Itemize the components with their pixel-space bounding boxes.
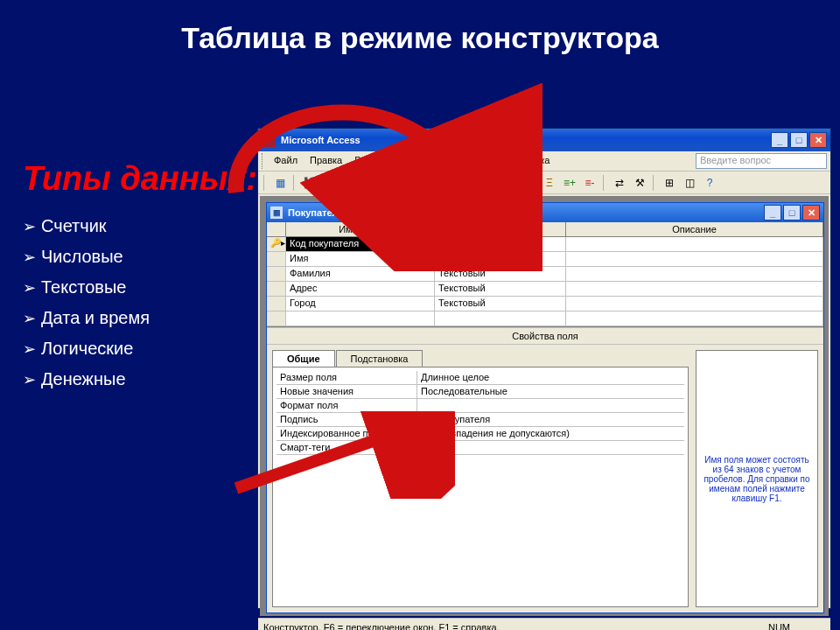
row-selector[interactable] [267,252,286,266]
inner-titlebar[interactable]: ▦ Покупатели : таблица _ □ ✕ [267,203,823,222]
access-main-window: Microsoft Access _ □ ✕ Файл Правка Вид В… [257,128,831,609]
toolbar: ▦ 💾 🖶 🔍 ✓ ✂ ⎘ 📋 ↶ ↷ 🔑 Ξ ≡+ ≡- ⇄ ⚒ ⊞ ◫ ? [258,172,830,194]
dbwindow-icon[interactable]: ⊞ [661,174,678,192]
property-value[interactable]: Длинное целое [416,371,684,384]
property-value[interactable]: Код покупателя [416,413,684,426]
cell-field-desc[interactable] [566,237,823,251]
field-hint-box: Имя поля может состоять из 64 знаков с у… [696,350,818,607]
property-name: Размер поля [276,371,416,384]
table-row[interactable]: ИмяТекстовый [267,252,823,267]
grip-icon [262,153,265,169]
cut-icon[interactable]: ✂ [401,174,418,192]
index-icon[interactable]: Ξ [541,174,558,192]
side-panel: Типы данных: Счетчик Числовые Текстовые … [23,158,257,400]
tab-general[interactable]: Общие [272,350,335,367]
close-button[interactable]: ✕ [809,132,827,148]
cell-field-desc[interactable] [566,297,823,311]
menu-help[interactable]: Справка [507,153,555,169]
property-value[interactable]: Да (Совпадения не допускаются) [416,427,684,440]
minimize-button[interactable]: _ [771,132,788,148]
help-icon[interactable]: ? [701,174,718,192]
property-value[interactable] [416,441,684,454]
property-value[interactable] [416,399,684,412]
inner-maximize-button[interactable]: □ [783,205,801,220]
property-row[interactable]: Индексированное полеДа (Совпадения не до… [276,427,684,441]
undo-icon[interactable]: ↶ [471,174,488,192]
preview-icon[interactable]: 🔍 [341,174,359,192]
data-types-list: Счетчик Числовые Текстовые Дата и время … [23,216,257,389]
cell-field-name[interactable]: Имя [286,252,435,266]
save-icon[interactable]: 💾 [301,174,318,192]
key-icon[interactable]: 🔑 [521,174,538,192]
slide-title: Таблица в режиме конструктора [0,0,840,55]
list-item: Логические [23,339,257,359]
menu-file[interactable]: Файл [269,153,303,169]
property-row[interactable]: Новые значенияПоследовательные [276,385,684,399]
menu-insert[interactable]: Вставка [379,153,425,169]
row-selector[interactable] [267,267,286,281]
copy-icon[interactable]: ⎘ [421,174,438,192]
help-search-input[interactable]: Введите вопрос [696,153,827,169]
row-selector[interactable]: 🔑▸ [267,237,286,251]
cell-field-name[interactable]: Город [286,297,435,311]
menu-view[interactable]: Вид [349,153,377,169]
spell-icon[interactable]: ✓ [371,174,388,192]
redo-icon[interactable]: ↷ [491,174,508,192]
cell-field-type[interactable]: Текстовый [435,267,566,281]
row-selector[interactable] [267,297,286,311]
menu-window[interactable]: Окно [472,153,506,169]
cell-field-desc[interactable] [566,252,823,266]
insert-rows-icon[interactable]: ≡+ [561,174,578,192]
property-row[interactable]: ПодписьКод покупателя [276,413,684,427]
cell-field-name[interactable]: Фамилия [286,267,435,281]
cell-field-name[interactable]: Код покупателя [286,237,435,251]
mdi-area: ▦ Покупатели : таблица _ □ ✕ Имя поля Ти… [260,196,829,616]
property-row[interactable]: Формат поля [276,399,684,413]
inner-minimize-button[interactable]: _ [764,205,781,220]
property-row[interactable]: Размер поляДлинное целое [276,371,684,385]
inner-close-button[interactable]: ✕ [802,205,820,220]
table-row[interactable]: 🔑▸Код покупателяСчетчик [267,237,823,252]
menu-edit[interactable]: Правка [304,153,347,169]
main-titlebar[interactable]: Microsoft Access _ □ ✕ [258,129,830,151]
tab-content-general: Размер поляДлинное целоеНовые значенияПо… [272,367,689,607]
row-selector-header[interactable] [267,222,286,236]
cell-field-type[interactable]: Текстовый [435,297,566,311]
builder-icon[interactable]: ⚒ [631,174,648,192]
side-heading: Типы данных: [23,158,257,200]
menubar: Файл Правка Вид Вставка Сервис Окно Спра… [258,151,830,172]
property-row[interactable]: Смарт-теги [276,441,684,455]
row-selector[interactable] [267,282,286,296]
print-icon[interactable]: 🖶 [321,174,339,192]
cell-field-type[interactable]: Счетчик [435,237,566,251]
col-header-name[interactable]: Имя поля [286,222,435,236]
status-numlock: NUM [768,622,790,631]
app-title: Microsoft Access [281,135,360,145]
table-icon: ▦ [270,206,283,219]
list-item: Счетчик [23,216,257,236]
col-header-type[interactable]: Тип данных [435,222,566,236]
relationships-icon[interactable]: ⇄ [611,174,628,192]
cell-field-type[interactable]: Текстовый [435,282,566,296]
property-value[interactable]: Последовательные [416,385,684,398]
maximize-button[interactable]: □ [790,132,808,148]
tab-lookup[interactable]: Подстановка [336,350,424,367]
access-app-icon [262,133,276,147]
table-row[interactable]: ФамилияТекстовый [267,267,823,282]
menu-tools[interactable]: Сервис [427,153,471,169]
list-item: Текстовые [23,277,257,298]
view-icon[interactable]: ▦ [271,174,289,192]
new-object-icon[interactable]: ◫ [681,174,698,192]
cell-field-desc[interactable] [566,267,823,281]
field-props-title: Свойства поля [267,327,823,345]
paste-icon[interactable]: 📋 [441,174,458,192]
table-row-empty[interactable] [267,312,823,326]
property-name: Новые значения [276,385,416,398]
table-row[interactable]: ГородТекстовый [267,297,823,312]
col-header-desc[interactable]: Описание [566,222,823,236]
cell-field-name[interactable]: Адрес [286,282,435,296]
delete-rows-icon[interactable]: ≡- [581,174,598,192]
cell-field-desc[interactable] [566,282,823,296]
table-row[interactable]: АдресТекстовый [267,282,823,297]
cell-field-type[interactable]: Текстовый [435,252,566,266]
